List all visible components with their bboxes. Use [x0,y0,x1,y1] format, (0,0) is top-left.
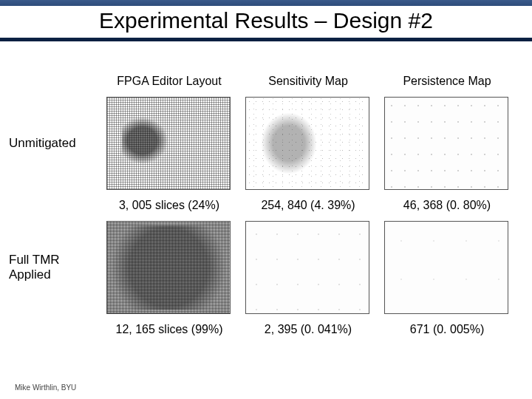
row-label-unmitigated: Unmitigated [7,136,93,151]
slide-title: Experimental Results – Design #2 [0,6,532,38]
col-header-layout: FPGA Editor Layout [106,75,232,88]
results-grid: FPGA Editor Layout Sensitivity Map Persi… [7,71,532,340]
image-tmr-layout [106,221,231,314]
caption-tmr-sensitivity: 2, 395 (0. 041%) [245,323,371,336]
image-tmr-sensitivity [245,221,369,314]
image-unmitigated-layout [106,97,231,190]
col-header-sensitivity: Sensitivity Map [245,75,371,88]
caption-unmitigated-layout: 3, 005 slices (24%) [106,199,232,212]
content-area: FPGA Editor Layout Sensitivity Map Persi… [0,41,532,340]
caption-unmitigated-sensitivity: 254, 840 (4. 39%) [245,199,371,212]
title-bar: Experimental Results – Design #2 [0,0,532,41]
row-label-fulltmr: Full TMR Applied [7,253,93,282]
caption-tmr-persistence: 671 (0. 005%) [384,323,510,336]
image-tmr-persistence [384,221,508,314]
col-header-persistence: Persistence Map [384,75,510,88]
caption-unmitigated-persistence: 46, 368 (0. 80%) [384,199,510,212]
footer-author: Mike Wirthlin, BYU [15,383,76,392]
image-unmitigated-sensitivity [245,97,369,190]
caption-tmr-layout: 12, 165 slices (99%) [106,323,232,336]
image-unmitigated-persistence [384,97,508,190]
